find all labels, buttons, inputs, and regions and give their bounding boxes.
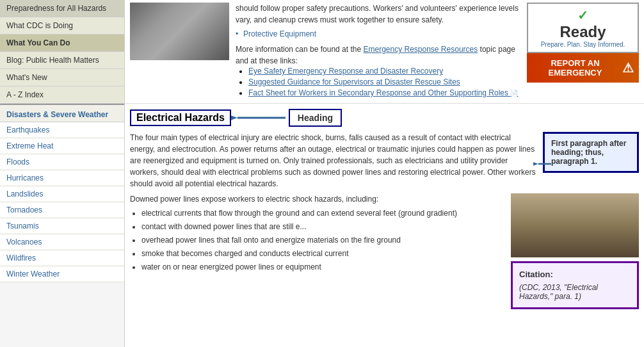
ready-widget: ✓ Ready Prepare. Plan. Stay Informed. — [527, 3, 639, 53]
sidebar-item-wildfires[interactable]: Wildfires — [0, 250, 124, 266]
heading-arrow — [231, 108, 289, 128]
link-item-fact-sheet: Fact Sheet for Workers in Secondary Resp… — [248, 88, 522, 97]
citation-text: (CDC, 2013, "Electrical Hazards," para. … — [519, 283, 631, 301]
bullet-overhead-lines: overhead power lines that fall onto and … — [141, 234, 504, 246]
pdf-icon: 📄 — [510, 90, 518, 97]
sidebar-item-landslides[interactable]: Landslides — [0, 186, 124, 202]
electrical-hazards-heading: Electrical Hazards — [130, 109, 231, 126]
fact-sheet-link[interactable]: Fact Sheet for Workers in Secondary Resp… — [248, 88, 518, 97]
sidebar-item-volcanoes[interactable]: Volcanoes — [0, 234, 124, 250]
sidebar-item-earthquakes[interactable]: Earthquakes — [0, 122, 124, 138]
sidebar-section-disasters: Disasters & Severe Weather — [0, 104, 124, 122]
sidebar-item-extreme-heat[interactable]: Extreme Heat — [0, 138, 124, 154]
citation-box: Citation: (CDC, 2013, "Electrical Hazard… — [511, 261, 639, 309]
heading-row: Electrical Hazards Heading — [130, 108, 639, 128]
wildfire-image-bg — [130, 3, 229, 60]
resource-links-list: Eye Safety Emergency Response and Disast… — [236, 67, 522, 97]
sidebar-item-whats-new[interactable]: What's New — [0, 69, 124, 86]
ready-checkmark-icon: ✓ — [532, 8, 634, 23]
sidebar-item-preparedness[interactable]: Preparedness for All Hazards — [0, 0, 124, 17]
link-item-supervisors: Suggested Guidance for Supervisors at Di… — [248, 77, 522, 86]
eye-safety-link[interactable]: Eye Safety Emergency Response and Disast… — [248, 67, 443, 76]
top-bullet-protective: • Protective Equipment — [236, 29, 522, 38]
top-bullet-list: • Protective Equipment — [236, 29, 522, 38]
heading-label-box: Heading — [289, 109, 342, 127]
ready-tagline: Prepare. Plan. Stay Informed. — [532, 41, 634, 48]
emergency-response-link[interactable]: Emergency Response Resources — [363, 45, 478, 54]
para2-section: Downed power lines expose workers to ele… — [125, 193, 644, 309]
report-emergency-button[interactable]: REPORT AN EMERGENCY ⚠ — [527, 53, 639, 83]
sidebar-item-what-you-can-do[interactable]: What You Can Do — [0, 35, 124, 52]
bullet-downed-lines: contact with downed power lines that are… — [141, 221, 504, 232]
para2-left: Downed power lines expose workers to ele… — [130, 193, 504, 309]
electrical-hazards-image — [511, 193, 639, 257]
sidebar-item-tsunamis[interactable]: Tsunamis — [0, 218, 124, 234]
bullet-smoke-charged: smoke that becomes charged and conducts … — [141, 248, 504, 259]
bullet-water-energized: water on or near energized power lines o… — [141, 261, 504, 273]
top-text-block: should follow proper safety precautions.… — [236, 3, 527, 99]
sidebar-top-nav: Preparedness for All Hazards What CDC is… — [0, 0, 124, 104]
bullet-ground-gradient: electrical currents that flow through th… — [141, 207, 504, 219]
citation-title: Citation: — [519, 270, 631, 279]
sidebar: Preparedness for All Hazards What CDC is… — [0, 0, 125, 347]
sidebar-item-winter-weather[interactable]: Winter Weather — [0, 266, 124, 282]
para1-section: The four main types of electrical injury… — [130, 132, 639, 190]
para1-arrow — [533, 157, 552, 170]
report-emergency-text: REPORT AN EMERGENCY — [532, 58, 618, 77]
para1-text-container: The four main types of electrical injury… — [130, 132, 536, 190]
wildfire-image — [130, 3, 229, 60]
sidebar-item-cdc-doing[interactable]: What CDC is Doing — [0, 17, 124, 35]
sidebar-item-blog[interactable]: Blog: Public Health Matters — [0, 52, 124, 69]
right-panel: ✓ Ready Prepare. Plan. Stay Informed. RE… — [527, 3, 639, 99]
sidebar-item-hurricanes[interactable]: Hurricanes — [0, 170, 124, 186]
sidebar-item-az-index[interactable]: A - Z Index — [0, 86, 124, 104]
top-paragraph: should follow proper safety precautions.… — [236, 3, 522, 26]
main-content: should follow proper safety precautions.… — [125, 0, 644, 347]
content-top-section: should follow proper safety precautions.… — [125, 0, 644, 104]
sidebar-item-tornadoes[interactable]: Tornadoes — [0, 202, 124, 218]
supervisors-link[interactable]: Suggested Guidance for Supervisors at Di… — [248, 77, 460, 86]
para1-text: The four main types of electrical injury… — [130, 132, 536, 190]
ready-logo-text: Ready — [532, 23, 634, 41]
link-item-eye-safety: Eye Safety Emergency Response and Disast… — [248, 67, 522, 76]
heading-section: Electrical Hazards Heading — [125, 104, 644, 193]
hazards-bullet-list: electrical currents that flow through th… — [130, 207, 504, 273]
para2-right: Citation: (CDC, 2013, "Electrical Hazard… — [511, 193, 639, 309]
sidebar-item-floods[interactable]: Floods — [0, 154, 124, 170]
annotation-box-para1: First paragraph after heading; thus, par… — [543, 132, 639, 173]
more-info-text: More information can be found at the Eme… — [236, 44, 522, 67]
warning-icon: ⚠ — [622, 60, 634, 76]
para2-intro: Downed power lines expose workers to ele… — [130, 193, 504, 205]
